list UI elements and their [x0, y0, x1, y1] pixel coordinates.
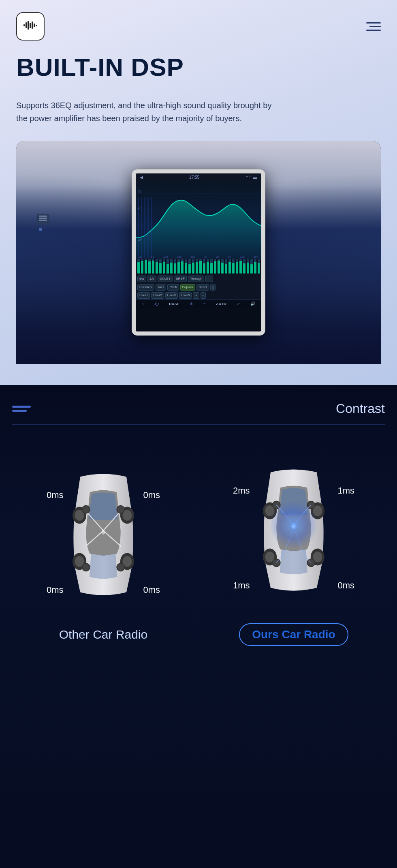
other-car-delay-br: 0ms	[143, 585, 160, 595]
svg-rect-75	[207, 262, 209, 274]
rock-btn[interactable]: Rock	[167, 284, 179, 291]
svg-rect-68	[181, 261, 184, 274]
svg-rect-79	[221, 263, 224, 274]
dsp-screen-container: ◀ 17:55 ⌃⌃ ▬	[16, 141, 381, 364]
svg-point-98	[82, 506, 90, 513]
svg-rect-78	[218, 261, 220, 274]
user5-btn[interactable]: User5	[179, 292, 192, 299]
svg-text:-20: -20	[138, 238, 143, 242]
top-section: BUILT-IN DSP Supports 36EQ adjustment, a…	[0, 0, 397, 385]
svg-rect-69	[185, 263, 187, 274]
svg-rect-7	[39, 216, 47, 217]
svg-rect-58	[145, 260, 147, 274]
svg-rect-72	[196, 262, 198, 274]
eq-chart: 20 0 -20 20501002005001k2k5k10k20k	[136, 181, 261, 258]
nav-icon[interactable]: ↗	[237, 301, 240, 306]
home-icon[interactable]: ⌂	[142, 301, 144, 306]
other-car-delay-tr: 0ms	[143, 490, 160, 500]
bottom-section: Contrast 0ms 0ms 0ms 0ms	[0, 385, 397, 868]
dual-label: DUAL	[169, 302, 179, 306]
svg-rect-66	[174, 263, 176, 274]
srs-btn[interactable]: SRS®	[174, 276, 187, 282]
sound-burst	[269, 501, 318, 549]
ours-car-label[interactable]: Ours Car Radio	[239, 623, 348, 646]
svg-rect-8	[39, 218, 47, 219]
ac-icon[interactable]: ❄	[190, 301, 193, 306]
screen-bezel: ◀ 17:55 ⌃⌃ ▬	[132, 169, 265, 336]
svg-rect-67	[177, 262, 180, 274]
svg-rect-73	[199, 261, 202, 274]
jjj-btn[interactable]: JJJ	[147, 276, 156, 282]
popular-btn[interactable]: Popular	[180, 284, 196, 291]
svg-rect-9	[39, 220, 47, 221]
svg-rect-57	[141, 261, 143, 274]
user2-btn[interactable]: User2	[151, 292, 164, 299]
svg-rect-16	[144, 197, 145, 258]
classical-btn[interactable]: Classical	[137, 284, 154, 291]
svg-text:20: 20	[138, 190, 141, 193]
user3-btn[interactable]: User3	[165, 292, 178, 299]
svg-rect-87	[250, 264, 253, 274]
svg-rect-86	[247, 263, 249, 274]
dolby-btn[interactable]: DOLBY	[158, 276, 173, 282]
jazz-btn[interactable]: Jazz	[156, 284, 166, 291]
header-row	[16, 12, 381, 41]
svg-rect-3	[30, 23, 31, 28]
svg-rect-85	[243, 263, 245, 274]
user1-btn[interactable]: User1	[137, 292, 150, 299]
svg-rect-61	[156, 262, 158, 274]
svg-rect-80	[225, 264, 227, 274]
remove-btn[interactable]: -	[201, 292, 206, 299]
svg-rect-15	[141, 197, 142, 258]
svg-rect-18	[151, 197, 152, 258]
screen-icons: ⌃⌃ ▬	[245, 175, 257, 180]
screen-inner: ◀ 17:55 ⌃⌃ ▬	[136, 173, 261, 331]
hamburger-menu-icon[interactable]	[366, 22, 381, 31]
svg-rect-1	[26, 22, 27, 28]
svg-rect-62	[159, 263, 162, 274]
add-btn[interactable]: +	[193, 292, 199, 299]
reset-btn[interactable]: Reset	[196, 284, 209, 291]
ours-car-delay-tl: 2ms	[233, 485, 250, 496]
svg-rect-60	[152, 261, 154, 274]
screen-back-btn[interactable]: ◀	[140, 175, 143, 180]
other-car-card: 0ms 0ms 0ms 0ms	[21, 449, 186, 641]
page-title: BUILT-IN DSP	[16, 53, 381, 81]
info-btn[interactable]: ℹ	[210, 284, 216, 291]
contrast-lines-icon	[12, 406, 31, 412]
svg-point-102	[101, 531, 105, 535]
other-car-image: 0ms 0ms 0ms 0ms	[47, 449, 160, 620]
other-car-label-bottom: Other Car Radio	[59, 628, 147, 641]
svg-rect-76	[210, 263, 213, 274]
title-divider	[16, 89, 381, 89]
svg-rect-56	[137, 262, 140, 274]
speaker-btn[interactable]: ↔	[205, 276, 213, 282]
svg-point-99	[117, 506, 124, 513]
svg-rect-71	[192, 263, 194, 274]
svg-rect-74	[203, 263, 205, 274]
dts-btn[interactable]: dts	[137, 276, 146, 282]
other-car-label: Other Car Radio	[59, 628, 147, 641]
ours-car-label-bottom: Ours Car Radio	[239, 623, 348, 646]
svg-rect-81	[228, 262, 231, 274]
svg-rect-6	[36, 25, 37, 26]
car-dashboard-bg: ◀ 17:55 ⌃⌃ ▬	[16, 141, 381, 364]
svg-rect-84	[239, 261, 242, 274]
power-icon[interactable]: ⏻	[155, 301, 159, 306]
other-car-delay-bl: 0ms	[47, 585, 64, 595]
svg-point-100	[82, 563, 90, 571]
svg-rect-77	[214, 261, 216, 274]
svg-rect-63	[163, 262, 165, 274]
ours-car-image: 2ms 1ms 1ms 0ms	[237, 445, 350, 615]
ours-car-delay-br: 0ms	[337, 580, 354, 591]
contrast-line-1	[12, 406, 31, 408]
svg-rect-82	[232, 263, 235, 274]
logo-box	[16, 12, 45, 41]
svg-point-101	[117, 563, 124, 571]
vol-icon[interactable]: 🔊	[250, 301, 255, 306]
svg-rect-83	[236, 262, 238, 274]
fan-icon[interactable]: ~	[203, 301, 206, 306]
through-btn[interactable]: Through	[188, 276, 204, 282]
svg-rect-4	[32, 21, 33, 29]
ours-car-delay-tr: 1ms	[337, 485, 354, 496]
